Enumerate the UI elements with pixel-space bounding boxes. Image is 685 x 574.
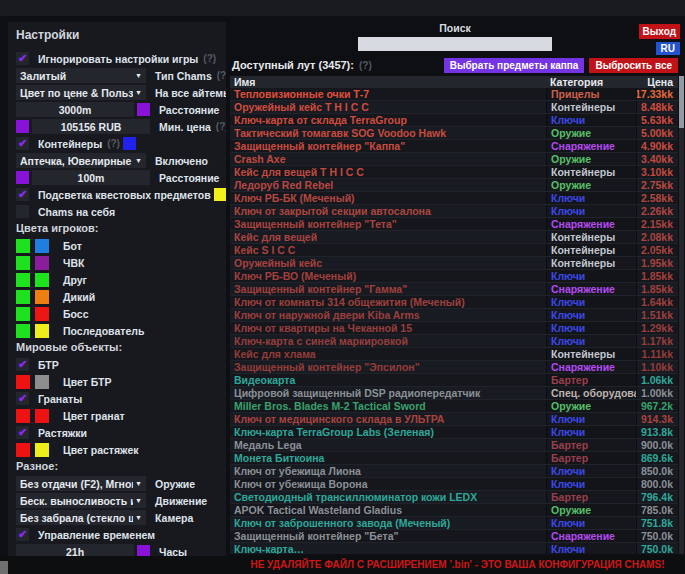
color-swatch-primary[interactable] bbox=[16, 239, 30, 253]
color-swatch-primary[interactable] bbox=[16, 256, 30, 270]
table-row[interactable]: Ключ от убежища ВоронаКлючи800.0k bbox=[230, 478, 678, 491]
settings-row: Растяжки bbox=[16, 425, 218, 440]
dropdown[interactable]: Без забрала (стекло шлема)▼ bbox=[16, 510, 146, 525]
table-row[interactable]: Кейс для вещей T H I C CКонтейнеры3.10kk bbox=[230, 166, 678, 179]
table-row[interactable]: Crash AxeОружие3.40kk bbox=[230, 153, 678, 166]
text-input[interactable]: 21h bbox=[16, 544, 134, 556]
color-swatch-secondary[interactable] bbox=[35, 324, 49, 338]
scrollbar-thumb[interactable] bbox=[679, 76, 684, 128]
color-swatch-primary[interactable] bbox=[16, 409, 30, 423]
table-row[interactable]: ВидеокартаБартер1.06kk bbox=[230, 374, 678, 387]
table-row[interactable]: Тепловизионные очки Т-7Прицелы17.33kk bbox=[230, 88, 678, 101]
table-row[interactable]: Оружейный кейсКонтейнеры1.95kk bbox=[230, 257, 678, 270]
color-swatch[interactable] bbox=[16, 171, 29, 184]
text-input[interactable]: 3000m bbox=[16, 102, 134, 117]
checkbox[interactable] bbox=[16, 52, 29, 65]
column-header-price[interactable]: Цена bbox=[636, 76, 678, 88]
checkbox[interactable] bbox=[16, 392, 29, 405]
color-row-label: Дикий bbox=[63, 291, 95, 303]
table-row[interactable]: Светодиодный трансиллюминатор кожи LEDXБ… bbox=[230, 491, 678, 504]
color-swatch[interactable] bbox=[123, 137, 136, 150]
color-swatch[interactable] bbox=[16, 120, 29, 133]
color-swatch-secondary[interactable] bbox=[35, 290, 49, 304]
table-row[interactable]: Ключ РБ-БК (Меченый)Ключи2.58kk bbox=[230, 192, 678, 205]
color-swatch-primary[interactable] bbox=[16, 273, 30, 287]
table-row[interactable]: Кейс S I C CКонтейнеры2.05kk bbox=[230, 244, 678, 257]
text-input[interactable]: 100m bbox=[32, 170, 150, 185]
checkbox[interactable] bbox=[16, 205, 29, 218]
hint-icon: (?) bbox=[216, 121, 226, 132]
color-swatch-secondary[interactable] bbox=[35, 375, 49, 389]
table-row[interactable]: Ключ от убежища ЛионаКлючи850.0k bbox=[230, 465, 678, 478]
dropdown[interactable]: Без отдачи (F2), Мгновенное п▼ bbox=[16, 476, 146, 491]
table-row[interactable]: APOK Tactical Wasteland GladiusОружие785… bbox=[230, 504, 678, 517]
dropdown[interactable]: Цвет по цене & Пользователь▼ bbox=[16, 85, 146, 100]
config-warning-text: НЕ УДАЛЯЙТЕ ФАЙЛ С РАСШИРЕНИЕМ '.bin' - … bbox=[230, 559, 685, 570]
color-swatch-secondary[interactable] bbox=[35, 256, 49, 270]
exit-button[interactable]: Выход bbox=[639, 24, 680, 39]
table-row[interactable]: Ключ от закрытой секции автосалонаКлючи2… bbox=[230, 205, 678, 218]
checkbox[interactable] bbox=[16, 528, 29, 541]
table-row[interactable]: Защищенный контейнер "Каппа"Снаряжение4.… bbox=[230, 140, 678, 153]
table-row[interactable]: Защищенный контейнер "Гамма"Снаряжение1.… bbox=[230, 283, 678, 296]
table-row[interactable]: Ключ от медицинского склада в УЛЬТРАКлюч… bbox=[230, 413, 678, 426]
table-row[interactable]: Цифровой защищенный DSP радиопередатчикС… bbox=[230, 387, 678, 400]
loot-item-name: Оружейный кейс T H I C C bbox=[230, 101, 546, 113]
color-swatch-secondary[interactable] bbox=[35, 239, 49, 253]
color-swatch-secondary[interactable] bbox=[35, 443, 49, 457]
color-row-label: Бот bbox=[63, 240, 82, 252]
column-header-category[interactable]: Категория bbox=[546, 76, 636, 88]
checkbox[interactable] bbox=[16, 137, 29, 150]
color-swatch-secondary[interactable] bbox=[35, 409, 49, 423]
table-row[interactable]: Ключ от комнаты 314 общежития (Меченый)К… bbox=[230, 296, 678, 309]
color-swatch-primary[interactable] bbox=[16, 443, 30, 457]
table-row[interactable]: Ключ от заброшенного завода (Меченый)Клю… bbox=[230, 517, 678, 530]
text-input[interactable]: 105156 RUB bbox=[32, 119, 150, 134]
table-row[interactable]: Ключ-карта с синей маркировкойКлючи1.17k… bbox=[230, 335, 678, 348]
table-row[interactable]: Оружейный кейс T H I C CКонтейнеры8.48kk bbox=[230, 101, 678, 114]
checkbox[interactable] bbox=[16, 358, 29, 371]
table-row[interactable]: Защищенный контейнер "Эпсилон"Снаряжение… bbox=[230, 361, 678, 374]
table-row[interactable]: Ключ РБ-ВО (Меченый)Ключи1.85kk bbox=[230, 270, 678, 283]
color-swatch-primary[interactable] bbox=[16, 307, 30, 321]
table-row[interactable]: Кейс для хламаКонтейнеры1.11kk bbox=[230, 348, 678, 361]
loot-item-name: Crash Axe bbox=[230, 153, 546, 165]
table-row[interactable]: Монета БиткоинаБартер869.6k bbox=[230, 452, 678, 465]
table-row[interactable]: Ключ от наружной двери Kiba ArmsКлючи1.5… bbox=[230, 309, 678, 322]
color-swatch[interactable] bbox=[214, 188, 226, 201]
dropdown[interactable]: Аптечка, Ювелирные и...▼ bbox=[16, 153, 146, 168]
color-swatch-primary[interactable] bbox=[16, 375, 30, 389]
checkbox-label: Chams на себя bbox=[38, 206, 115, 218]
loot-item-price: 1.95kk bbox=[636, 257, 678, 269]
table-row[interactable]: Ключ-карта от склада TerraGroupКлючи5.63… bbox=[230, 114, 678, 127]
input-label: Часы bbox=[159, 546, 187, 557]
table-row[interactable]: Miller Bros. Blades M-2 Tactical SwordОр… bbox=[230, 400, 678, 413]
dropdown[interactable]: Беск. выносливость и нет уста▼ bbox=[16, 493, 146, 508]
corner-handle[interactable] bbox=[0, 561, 8, 574]
table-row[interactable]: Ключ-карта…Ключи750.0k bbox=[230, 543, 678, 554]
color-swatch-primary[interactable] bbox=[16, 290, 30, 304]
table-row[interactable]: Ключ от квартиры на Чеканной 15Ключи1.29… bbox=[230, 322, 678, 335]
table-row[interactable]: Кейс для вещейКонтейнеры2.08kk bbox=[230, 231, 678, 244]
color-swatch[interactable] bbox=[137, 545, 150, 556]
language-button[interactable]: RU bbox=[656, 42, 680, 55]
select-kappa-items-button[interactable]: Выбрать предметы каппа bbox=[444, 58, 585, 73]
loot-item-price: 1.85kk bbox=[636, 270, 678, 282]
table-row[interactable]: Медаль LegaБартер900.0k bbox=[230, 439, 678, 452]
color-swatch-secondary[interactable] bbox=[35, 307, 49, 321]
color-swatch-primary[interactable] bbox=[16, 324, 30, 338]
color-swatch-secondary[interactable] bbox=[35, 273, 49, 287]
search-input[interactable] bbox=[358, 37, 552, 51]
dropdown[interactable]: Залитый▼ bbox=[16, 68, 146, 83]
table-scrollbar[interactable] bbox=[679, 76, 684, 554]
color-swatch[interactable] bbox=[137, 103, 150, 116]
table-row[interactable]: Ледоруб Red RebelОружие2.75kk bbox=[230, 179, 678, 192]
checkbox[interactable] bbox=[16, 188, 29, 201]
table-row[interactable]: Тактический томагавк SOG Voodoo HawkОруж… bbox=[230, 127, 678, 140]
checkbox[interactable] bbox=[16, 426, 29, 439]
drop-all-button[interactable]: Выбросить все bbox=[589, 58, 678, 73]
table-row[interactable]: Ключ-карта TerraGroup Labs (Зеленая)Ключ… bbox=[230, 426, 678, 439]
table-row[interactable]: Защищенный контейнер "Бета"Снаряжение750… bbox=[230, 530, 678, 543]
column-header-name[interactable]: Имя bbox=[230, 76, 546, 88]
table-row[interactable]: Защищенный контейнер "Тета"Снаряжение2.1… bbox=[230, 218, 678, 231]
